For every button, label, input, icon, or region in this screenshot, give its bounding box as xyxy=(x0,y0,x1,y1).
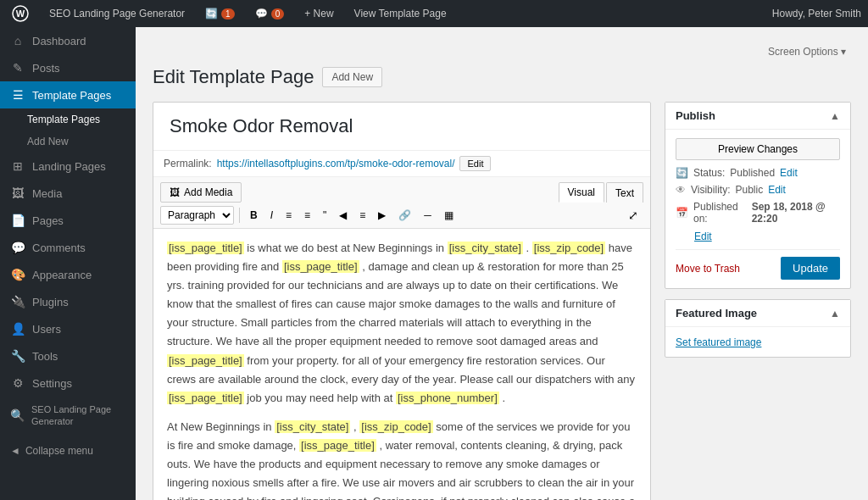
sidebar-item-landing-pages[interactable]: ⊞ Landing Pages xyxy=(0,153,136,180)
editor-body[interactable]: [iss_page_title] is what we do best at N… xyxy=(153,229,650,500)
link-button[interactable]: 🔗 xyxy=(393,207,416,224)
settings-icon: ⚙ xyxy=(10,376,25,390)
iss-zip-code-tag-2: [iss_zip_code] xyxy=(359,420,432,433)
site-name[interactable]: SEO Landing Page Generator xyxy=(44,0,190,27)
bold-button[interactable]: B xyxy=(245,207,263,224)
visual-tab[interactable]: Visual xyxy=(559,182,604,203)
howdy-text: Howdy, Peter Smith xyxy=(772,8,861,19)
editor-tabs: 🖼 Add Media Visual Text xyxy=(153,177,650,203)
align-right-button[interactable]: ▶ xyxy=(373,207,391,224)
tools-icon: 🔧 xyxy=(10,349,25,363)
status-icon: 🔄 xyxy=(676,167,688,179)
iss-phone-number-tag: [iss_phone_number] xyxy=(396,392,499,404)
table-button[interactable]: ▦ xyxy=(439,207,459,224)
italic-button[interactable]: I xyxy=(265,207,278,224)
published-on-label: Published on: xyxy=(693,201,747,225)
collapse-menu[interactable]: ◄ Collapse menu xyxy=(0,438,136,464)
collapse-icon: ◄ xyxy=(10,445,20,457)
status-row: 🔄 Status: Published Edit xyxy=(676,167,840,179)
posts-icon: ✎ xyxy=(10,61,25,75)
iss-zip-code-tag-1: [iss_zip_code] xyxy=(532,242,605,254)
sidebar-submenu-all-template-pages[interactable]: Template Pages xyxy=(0,108,136,131)
sidebar-item-media[interactable]: 🖼 Media xyxy=(0,180,136,207)
comment-count[interactable]: 💬 0 xyxy=(250,0,290,27)
publish-panel-body: Preview Changes 🔄 Status: Published Edit… xyxy=(665,130,850,288)
published-on-edit-link[interactable]: Edit xyxy=(694,231,712,242)
iss-city-state-tag-2: [iss_city_state] xyxy=(275,420,350,433)
sidebar-item-pages[interactable]: 📄 Pages xyxy=(0,207,136,234)
permalink-label: Permalink: xyxy=(164,158,212,169)
fullscreen-button[interactable]: ⤢ xyxy=(623,206,643,225)
paragraph-select[interactable]: Paragraph xyxy=(160,206,234,225)
landing-pages-icon: ⊞ xyxy=(10,159,25,173)
sidebar-item-comments[interactable]: 💬 Comments xyxy=(0,234,136,261)
wp-logo-icon[interactable]: W xyxy=(7,0,34,27)
featured-image-title: Featured Image xyxy=(676,307,757,319)
text-tab[interactable]: Text xyxy=(606,182,643,203)
sidebar-item-settings[interactable]: ⚙ Settings xyxy=(0,369,136,397)
move-to-trash-link[interactable]: Move to Trash xyxy=(676,263,740,275)
preview-changes-button[interactable]: Preview Changes xyxy=(676,138,840,160)
pages-icon: 📄 xyxy=(10,214,25,227)
appearance-icon: 🎨 xyxy=(10,268,25,281)
featured-image-panel-header[interactable]: Featured Image ▲ xyxy=(665,300,850,327)
toolbar-separator-1 xyxy=(239,208,240,223)
align-left-button[interactable]: ◀ xyxy=(334,207,352,224)
view-template-page[interactable]: View Template Page xyxy=(349,0,452,27)
page-header: Edit Template Page Add New xyxy=(153,66,851,88)
sidebar: ⌂ Dashboard ✎ Posts ☰ Template Pages Tem… xyxy=(0,27,136,500)
sidebar-item-posts[interactable]: ✎ Posts xyxy=(0,54,136,81)
sidebar-item-tools[interactable]: 🔧 Tools xyxy=(0,342,136,369)
editor-paragraph-1: [iss_page_title] is what we do best at N… xyxy=(167,239,637,408)
editor-wrap: Permalink: https://intellasoftplugins.co… xyxy=(153,102,851,500)
ordered-list-button[interactable]: ≡ xyxy=(299,207,315,224)
iss-page-title-tag-3: [iss_page_title] xyxy=(167,354,244,367)
calendar-icon: 📅 xyxy=(676,207,688,219)
status-label: Status: xyxy=(693,167,725,179)
set-featured-image-link[interactable]: Set featured image xyxy=(676,336,761,348)
published-on-value: Sep 18, 2018 @ 22:20 xyxy=(752,201,840,225)
post-title-input[interactable] xyxy=(164,111,640,142)
visit-count[interactable]: 🔄 1 xyxy=(200,0,240,27)
align-center-button[interactable]: ≡ xyxy=(354,207,370,224)
sidebar-item-appearance[interactable]: 🎨 Appearance xyxy=(0,261,136,288)
iss-page-title-tag-5: [iss_page_title] xyxy=(299,439,376,452)
media-icon: 🖼 xyxy=(10,186,25,200)
dashboard-icon: ⌂ xyxy=(10,34,25,47)
users-icon: 👤 xyxy=(10,322,25,336)
sidebar-item-seo-generator[interactable]: 🔍 SEO Landing Page Generator xyxy=(0,397,136,435)
add-media-icon: 🖼 xyxy=(170,186,180,198)
publish-panel: Publish ▲ Preview Changes 🔄 Status: Publ… xyxy=(665,102,851,289)
unordered-list-button[interactable]: ≡ xyxy=(281,207,297,224)
permalink-row: Permalink: https://intellasoftplugins.co… xyxy=(153,151,650,177)
update-button[interactable]: Update xyxy=(781,257,840,280)
blockquote-button[interactable]: " xyxy=(318,207,331,224)
horizontal-rule-button[interactable]: ─ xyxy=(419,207,437,224)
visibility-icon: 👁 xyxy=(676,184,686,196)
visibility-row: 👁 Visibility: Public Edit xyxy=(676,184,840,196)
format-toolbar: Paragraph B I ≡ ≡ " ◀ ≡ ▶ 🔗 ─ ▦ ⤢ xyxy=(153,203,650,229)
add-new-button[interactable]: Add New xyxy=(322,67,382,87)
publish-chevron-icon: ▲ xyxy=(830,110,840,122)
sidebar-item-plugins[interactable]: 🔌 Plugins xyxy=(0,288,136,315)
permalink-edit-button[interactable]: Edit xyxy=(459,156,491,171)
main-content: Screen Options ▾ Edit Template Page Add … xyxy=(136,27,868,500)
sidebar-panels: Publish ▲ Preview Changes 🔄 Status: Publ… xyxy=(665,102,851,500)
status-edit-link[interactable]: Edit xyxy=(780,167,798,179)
publish-panel-header[interactable]: Publish ▲ xyxy=(665,103,850,130)
screen-options-button[interactable]: Screen Options ▾ xyxy=(763,44,851,59)
visibility-value: Public xyxy=(735,184,763,196)
sidebar-submenu-add-new[interactable]: Add New xyxy=(0,131,136,153)
sidebar-item-template-pages[interactable]: ☰ Template Pages xyxy=(0,81,136,108)
new-menu[interactable]: + New xyxy=(299,0,338,27)
iss-page-title-tag-1: [iss_page_title] xyxy=(167,242,244,254)
add-media-button[interactable]: 🖼 Add Media xyxy=(160,182,242,203)
publish-panel-title: Publish xyxy=(676,109,715,122)
visibility-edit-link[interactable]: Edit xyxy=(768,184,786,196)
sidebar-item-dashboard[interactable]: ⌂ Dashboard xyxy=(0,27,136,54)
sidebar-item-users[interactable]: 👤 Users xyxy=(0,315,136,342)
featured-image-panel: Featured Image ▲ Set featured image xyxy=(665,299,851,358)
featured-image-panel-body: Set featured image xyxy=(665,327,850,357)
main-editor: Permalink: https://intellasoftplugins.co… xyxy=(153,102,651,500)
permalink-link[interactable]: https://intellasoftplugins.com/tp/smoke-… xyxy=(217,158,455,169)
